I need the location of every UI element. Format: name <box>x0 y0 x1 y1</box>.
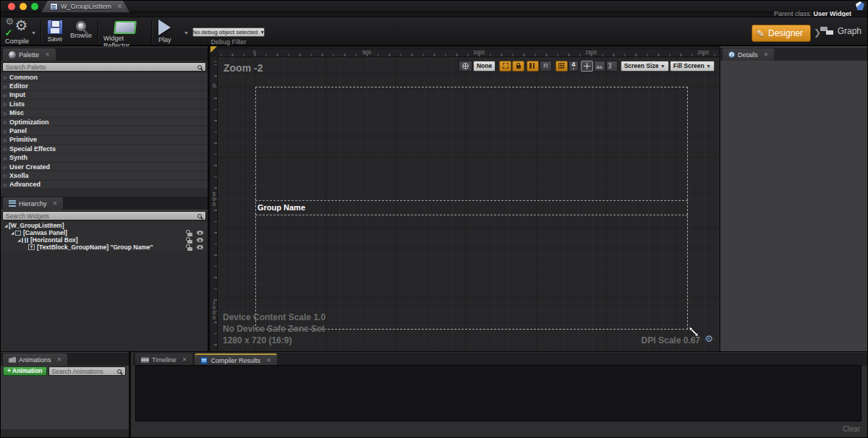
chevron-right-icon: ▷ <box>4 146 9 151</box>
lock-icon[interactable] <box>187 247 192 251</box>
widget-reflector-button[interactable]: Widget Reflector <box>103 20 147 49</box>
tab-timeline[interactable]: Timeline ✕ <box>135 353 192 366</box>
tab-palette[interactable]: Palette ✕ <box>3 48 56 61</box>
compile-options-caret-icon[interactable]: ▼ <box>31 30 36 35</box>
chevron-down-icon: ▼ <box>260 30 265 35</box>
hierarchy-item-horizontal-box[interactable]: ◢[Horizontal Box] <box>1 236 208 244</box>
tab-animations[interactable]: Animations ✕ <box>3 353 67 366</box>
compiler-results-tab-close-icon[interactable]: ✕ <box>266 357 271 364</box>
chevron-right-icon: ▷ <box>4 173 9 178</box>
graph-mode-button[interactable]: Graph <box>820 26 861 36</box>
snap-bars-icon <box>529 63 536 69</box>
palette-category-synth[interactable]: ▷Synth <box>1 154 208 163</box>
palette-category-label: Special Effects <box>9 145 56 153</box>
tab-details[interactable]: Details ✕ <box>723 48 774 61</box>
details-tabbar: Details ✕ <box>720 48 868 61</box>
preview-background-button[interactable] <box>594 61 605 72</box>
dpi-settings-gear-icon[interactable]: ⚙ <box>705 334 713 343</box>
flip-preview-button[interactable] <box>606 61 618 72</box>
palette-category-label: Misc <box>9 109 24 116</box>
lock-icon[interactable] <box>187 233 192 236</box>
ruler-v-label: 1 0 0 0 <box>211 300 217 320</box>
hierarchy-item-label: [Horizontal Box] <box>30 236 78 244</box>
respect-locks-toggle[interactable] <box>512 61 524 72</box>
expanded-arrow-icon[interactable]: ◢ <box>17 238 22 242</box>
fill-screen-dropdown[interactable]: Fill Screen ▼ <box>670 61 715 72</box>
hierarchy-tab-close-icon[interactable]: ✕ <box>53 200 58 207</box>
compiler-results-icon <box>200 357 208 364</box>
designer-mode-button[interactable]: ✎ Designer <box>752 25 811 42</box>
text-block-icon <box>28 244 35 250</box>
grid-snapping-toggle[interactable] <box>556 61 568 72</box>
localization-culture-dropdown[interactable]: None <box>473 61 495 72</box>
add-animation-button[interactable]: + Animation <box>3 366 47 376</box>
lock-icon[interactable] <box>187 240 192 244</box>
palette-category-xsolla[interactable]: ▷Xsolla <box>1 171 208 180</box>
asset-tab-close-icon[interactable]: ✕ <box>116 3 122 10</box>
palette-tab-close-icon[interactable]: ✕ <box>45 51 50 58</box>
palette-category-advanced[interactable]: ▷Advanced <box>1 181 208 189</box>
compile-button[interactable]: ⚙⚙✓ Compile <box>5 20 29 45</box>
tab-compiler-results[interactable]: Compiler Results ✕ <box>195 353 276 366</box>
save-button[interactable]: Save <box>47 20 63 43</box>
browse-button[interactable]: Browse <box>70 20 92 39</box>
palette-category-editor[interactable]: ▷Editor <box>1 82 208 90</box>
palette-category-misc[interactable]: ▷Misc <box>1 109 208 118</box>
palette-category-input[interactable]: ▷Input <box>1 91 208 100</box>
canvas-panel-icon <box>15 231 21 236</box>
window-close-button[interactable] <box>8 3 15 10</box>
palette-search-input[interactable]: Search Palette <box>2 62 206 72</box>
animations-tab-close-icon[interactable]: ✕ <box>57 356 62 363</box>
screen-size-dropdown[interactable]: Screen Size ▼ <box>621 61 669 72</box>
debug-filter-dropdown[interactable]: No debug object selected ▼ <box>192 27 265 37</box>
visibility-eye-icon[interactable] <box>197 231 203 235</box>
palette-category-label: Editor <box>9 82 28 90</box>
visibility-eye-icon[interactable] <box>197 245 203 249</box>
window-zoom-button[interactable] <box>31 3 38 10</box>
grid-icon <box>558 63 565 69</box>
compiler-results-log[interactable] <box>135 365 861 421</box>
hierarchy-item-label: [Canvas Panel] <box>23 229 67 236</box>
palette-category-common[interactable]: ▷Common <box>1 73 208 82</box>
rotation-snap-button[interactable]: R <box>540 61 552 72</box>
hierarchy-search-input[interactable]: Search Widgets <box>2 211 206 220</box>
details-tab-close-icon[interactable]: ✕ <box>764 51 769 58</box>
expanded-arrow-icon[interactable]: ◢ <box>4 223 9 228</box>
layout-pin-icon[interactable] <box>856 1 864 10</box>
designer-viewport[interactable]: 0500100015002000 05 0 01 0 0 0 Zoom -2 N… <box>210 46 719 351</box>
expanded-arrow-icon[interactable]: ◢ <box>10 231 15 235</box>
chevron-right-icon: ▷ <box>4 111 9 116</box>
canvas-textblock-group-name[interactable]: Group Name <box>258 203 305 212</box>
animations-search-input[interactable]: Search Animations <box>48 366 126 376</box>
show-outlines-toggle[interactable] <box>499 61 511 72</box>
tab-hierarchy[interactable]: Hierarchy ✕ <box>3 197 63 210</box>
play-button[interactable]: Play <box>158 20 171 43</box>
palette-category-panel[interactable]: ▷Panel <box>1 126 208 135</box>
grid-size-dropdown[interactable]: 4▼ <box>569 61 579 72</box>
palette-category-optimization[interactable]: ▷Optimization <box>1 118 208 126</box>
timeline-tab-close-icon[interactable]: ✕ <box>182 356 187 363</box>
hierarchy-item-textblock-groupname-group-name[interactable]: [TextBlock_GroupName] "Group Name" <box>1 244 208 251</box>
palette-category-user-created[interactable]: ▷User Created <box>1 163 208 171</box>
debug-filter-label: Debug Filter <box>192 38 265 46</box>
snap-to-grid-toggle[interactable] <box>527 61 539 72</box>
hierarchy-item-canvas-panel[interactable]: ◢[Canvas Panel] <box>1 229 208 236</box>
visibility-eye-icon[interactable] <box>197 238 203 242</box>
palette-category-special-effects[interactable]: ▷Special Effects <box>1 145 208 153</box>
design-canvas[interactable]: Zoom -2 None R 4▼ Screen Size ▼ Fil <box>218 57 719 351</box>
palette-tabbar: Palette ✕ <box>1 48 208 61</box>
chevron-right-icon: ▷ <box>4 101 9 106</box>
window-minimize-button[interactable] <box>20 3 27 10</box>
palette-category-lists[interactable]: ▷Lists <box>1 100 208 108</box>
palette-category-label: User Created <box>9 163 50 171</box>
widget-blueprint-icon <box>50 3 58 10</box>
asset-tab[interactable]: W_GroupListItem ✕ <box>41 1 129 12</box>
localization-preview-button[interactable] <box>459 61 472 72</box>
palette-category-primitive[interactable]: ▷Primitive <box>1 136 208 145</box>
transform-mode-button[interactable] <box>581 61 593 72</box>
play-options-caret-icon[interactable]: ▼ <box>184 30 189 35</box>
clear-log-button[interactable]: Clear <box>843 425 860 433</box>
horizontal-box-outline[interactable] <box>255 200 688 215</box>
hierarchy-icon <box>9 200 16 207</box>
hierarchy-item-w-grouplistitem[interactable]: ◢[W_GroupListItem] <box>1 222 208 229</box>
